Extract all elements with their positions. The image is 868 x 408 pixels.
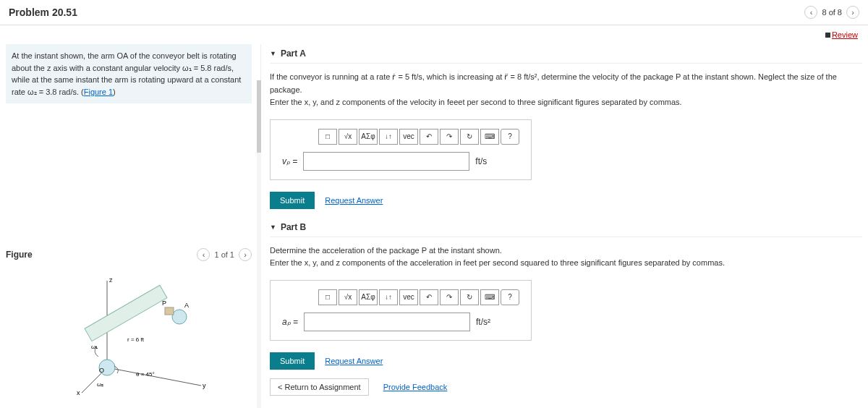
part-a-submit-button[interactable]: Submit <box>270 192 315 209</box>
svg-text:ω₁: ω₁ <box>91 344 98 350</box>
subscript-tool[interactable]: ↓↑ <box>379 289 398 305</box>
part-a-question: If the conveyor is running at a rate ṙ =… <box>270 71 862 109</box>
template-tool[interactable]: □ <box>318 129 337 145</box>
part-b-submit-button[interactable]: Submit <box>270 352 315 370</box>
svg-text:O: O <box>99 367 104 374</box>
collapse-icon: ▼ <box>270 50 276 57</box>
vec-tool[interactable]: vec <box>399 289 418 305</box>
vec-tool[interactable]: vec <box>399 129 418 145</box>
provide-feedback-link[interactable]: Provide Feedback <box>383 383 448 391</box>
help-tool[interactable]: ? <box>501 289 519 305</box>
part-b-header[interactable]: ▼ Part B <box>270 218 862 237</box>
reset-tool[interactable]: ↻ <box>460 129 479 145</box>
part-b-answer-area: □ √x ΑΣφ ↓↑ vec ↶ ↷ ↻ ⌨ ? aₚ = ft/s² <box>270 280 532 341</box>
redo-tool[interactable]: ↷ <box>440 289 459 305</box>
part-a-header[interactable]: ▼ Part A <box>270 44 862 64</box>
part-b-unit: ft/s² <box>476 317 490 327</box>
svg-text:x: x <box>77 389 80 396</box>
page-counter: 8 of 8 <box>822 8 842 17</box>
collapse-icon: ▼ <box>270 224 276 231</box>
return-to-assignment-button[interactable]: < Return to Assignment <box>270 378 369 396</box>
part-a-var-label: vₚ = <box>282 156 297 166</box>
figure-link[interactable]: Figure 1 <box>84 88 113 96</box>
part-b-input[interactable] <box>304 313 470 331</box>
reset-tool[interactable]: ↻ <box>460 289 479 305</box>
prev-problem-button[interactable]: ‹ <box>804 6 817 19</box>
figure-next-button[interactable]: › <box>239 248 252 261</box>
undo-tool[interactable]: ↶ <box>420 129 438 145</box>
undo-tool[interactable]: ↶ <box>420 289 438 305</box>
part-a-answer-area: □ √x ΑΣφ ↓↑ vec ↶ ↷ ↻ ⌨ ? vₚ = ft/s <box>270 119 532 180</box>
part-b-var-label: aₚ = <box>282 317 298 327</box>
figure-label: Figure <box>6 250 33 260</box>
template-tool[interactable]: □ <box>318 289 337 305</box>
svg-text:θ = 45°: θ = 45° <box>136 371 155 378</box>
greek-tool[interactable]: ΑΣφ <box>359 129 378 145</box>
part-b-question: Determine the acceleration of the packag… <box>270 245 862 270</box>
part-b-request-answer-link[interactable]: Request Answer <box>325 357 383 365</box>
part-a-input[interactable] <box>303 152 469 171</box>
svg-rect-7 <box>85 285 167 341</box>
part-a-request-answer-link[interactable]: Request Answer <box>325 196 383 205</box>
next-problem-button[interactable]: › <box>846 6 859 19</box>
keyboard-tool[interactable]: ⌨ <box>480 289 499 305</box>
svg-text:A: A <box>184 302 189 309</box>
svg-rect-9 <box>165 307 174 315</box>
part-a-unit: ft/s <box>475 156 487 166</box>
greek-tool[interactable]: ΑΣφ <box>359 289 378 305</box>
svg-text:z: z <box>109 276 113 284</box>
svg-text:y: y <box>203 382 206 389</box>
scroll-thumb[interactable] <box>257 80 261 153</box>
sqrt-tool[interactable]: √x <box>339 129 357 145</box>
figure-diagram: z y x A P O r = 6 ft θ = 45° ω₁ ω₂ <box>6 270 252 400</box>
sqrt-tool[interactable]: √x <box>339 289 357 305</box>
svg-text:r = 6 ft: r = 6 ft <box>127 336 145 343</box>
redo-tool[interactable]: ↷ <box>440 129 459 145</box>
subscript-tool[interactable]: ↓↑ <box>379 129 398 145</box>
figure-prev-button[interactable]: ‹ <box>197 248 210 261</box>
keyboard-tool[interactable]: ⌨ <box>480 129 499 145</box>
figure-counter: 1 of 1 <box>214 250 234 259</box>
problem-title: Problem 20.51 <box>9 7 77 18</box>
help-tool[interactable]: ? <box>501 129 519 145</box>
svg-text:ω₂: ω₂ <box>97 381 103 388</box>
review-link[interactable]: Review <box>825 30 858 39</box>
svg-text:P: P <box>162 299 166 307</box>
svg-point-8 <box>172 310 187 324</box>
problem-description: At the instant shown, the arm OA of the … <box>6 44 252 103</box>
